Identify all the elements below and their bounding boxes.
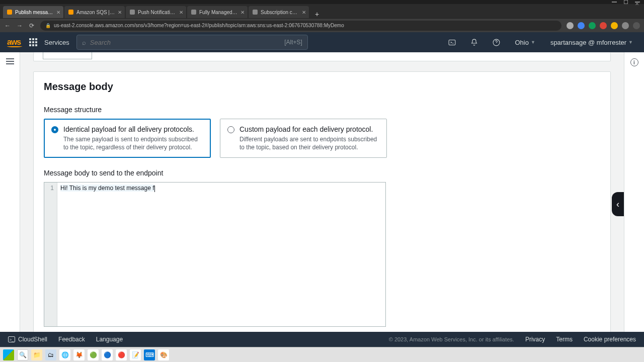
region-selector[interactable]: Ohio▼ <box>511 39 539 46</box>
taskbar-app[interactable]: 🔴 <box>116 349 127 360</box>
favicon-icon <box>253 10 258 15</box>
extension-icon[interactable] <box>589 22 596 29</box>
text-cursor <box>154 186 155 192</box>
tab-title: Subscription confirm <box>261 10 299 15</box>
tab-close-icon[interactable]: ✕ <box>56 10 60 15</box>
aws-logo[interactable]: aws <box>7 38 22 47</box>
address-bar[interactable]: 🔒 us-east-2.console.aws.amazon.com/sns/v… <box>40 21 561 31</box>
tab-title: Push Notification Service - Ama <box>138 10 176 15</box>
extension-icon[interactable] <box>622 22 629 29</box>
message-body-panel: Message body Message structure Identical… <box>33 71 611 332</box>
favicon-icon <box>191 10 196 15</box>
radio-description: Different payloads are sent to endpoints… <box>239 135 379 151</box>
minimize-icon[interactable] <box>612 2 617 3</box>
message-body-label: Message body to send to the endpoint <box>44 169 600 177</box>
input-remnant[interactable] <box>43 52 92 59</box>
message-body-editor[interactable]: 1 Hi! This is my demo test message f <box>44 182 386 327</box>
radio-icon <box>51 126 58 133</box>
taskbar-app[interactable]: 📁 <box>31 349 42 360</box>
message-structure-options: Identical payload for all delivery proto… <box>44 119 600 158</box>
back-button[interactable]: ← <box>4 22 11 29</box>
services-grid-icon[interactable] <box>29 38 37 46</box>
left-nav-toggle[interactable] <box>0 52 20 332</box>
search-icon: ⌕ <box>82 39 86 46</box>
browser-tab[interactable]: Publish message | Amazon SNS✕ <box>3 6 63 18</box>
user-label: spartansage @ mforrester <box>550 39 626 46</box>
tab-close-icon[interactable]: ✕ <box>179 10 183 15</box>
browser-tab[interactable]: Subscription confirm✕ <box>249 6 309 18</box>
browser-toolbar: ← → ⟳ 🔒 us-east-2.console.aws.amazon.com… <box>0 18 644 32</box>
language-selector[interactable]: Language <box>96 336 123 343</box>
caret-down-icon: ▼ <box>531 40 535 45</box>
code-area[interactable]: Hi! This is my demo test message f <box>57 183 385 326</box>
line-number: 1 <box>44 185 54 192</box>
cloudshell-button[interactable]: >_ CloudShell <box>8 336 47 343</box>
cloudshell-label: CloudShell <box>18 336 47 343</box>
services-link[interactable]: Services <box>44 39 69 46</box>
radio-icon <box>227 126 234 133</box>
right-help-toggle[interactable]: i <box>624 52 644 332</box>
tab-close-icon[interactable]: ✕ <box>118 10 122 15</box>
favicon-icon <box>7 10 12 15</box>
taskbar-app[interactable]: 🗂 <box>45 349 56 360</box>
browser-chrome: ✕ Publish message | Amazon SNS✕ Amazon S… <box>0 0 644 18</box>
tab-title: Amazon SQS | Send and receive <box>76 10 115 15</box>
cloudshell-icon[interactable] <box>444 35 459 50</box>
url-text: us-east-2.console.aws.amazon.com/sns/v3/… <box>54 23 344 28</box>
tab-title: Publish message | Amazon SNS <box>15 10 53 15</box>
taskbar-app[interactable]: 🎨 <box>158 349 169 360</box>
close-window-icon[interactable]: ✕ <box>635 2 640 3</box>
window-controls: ✕ <box>0 0 644 4</box>
notifications-icon[interactable] <box>466 35 481 50</box>
taskbar-app[interactable]: 🟢 <box>88 349 99 360</box>
global-search[interactable]: ⌕ [Alt+S] <box>76 35 308 50</box>
extension-icon[interactable] <box>578 22 585 29</box>
menu-icon[interactable] <box>633 22 640 29</box>
privacy-link[interactable]: Privacy <box>525 336 545 343</box>
caret-down-icon: ▼ <box>628 40 633 45</box>
browser-tab[interactable]: Push Notification Service - Ama✕ <box>126 6 186 18</box>
new-tab-button[interactable]: + <box>310 10 324 18</box>
radio-description: The same payload is sent to endpoints su… <box>63 135 203 151</box>
search-input[interactable] <box>90 39 280 46</box>
previous-panel-remnant <box>33 52 611 61</box>
terminal-icon: >_ <box>8 336 15 342</box>
maximize-icon[interactable] <box>624 0 628 4</box>
start-button[interactable] <box>3 349 14 360</box>
taskbar-app[interactable]: ⌨ <box>144 349 155 360</box>
forward-button[interactable]: → <box>16 22 23 29</box>
info-icon: i <box>630 58 638 66</box>
message-structure-label: Message structure <box>44 106 600 114</box>
radio-title: Custom payload for each delivery protoco… <box>239 125 379 133</box>
scroll-indicator[interactable]: ‹ <box>612 192 624 216</box>
hamburger-icon <box>6 58 14 64</box>
radio-identical-payload[interactable]: Identical payload for all delivery proto… <box>44 119 211 158</box>
taskbar-app[interactable]: 🌐 <box>59 349 70 360</box>
browser-tab[interactable]: Fully Managed Message Queue✕ <box>187 6 248 18</box>
taskbar-app[interactable]: 📝 <box>130 349 141 360</box>
taskbar-app[interactable]: 🔍 <box>17 349 28 360</box>
extension-icon[interactable] <box>600 22 607 29</box>
region-label: Ohio <box>515 39 528 46</box>
tab-close-icon[interactable]: ✕ <box>240 10 245 15</box>
taskbar-app[interactable]: 🦊 <box>73 349 85 360</box>
radio-custom-payload[interactable]: Custom payload for each delivery protoco… <box>220 119 387 158</box>
favicon-icon <box>68 10 73 15</box>
taskbar-app[interactable]: 🔵 <box>102 349 113 360</box>
extension-icon[interactable] <box>611 22 618 29</box>
radio-title: Identical payload for all delivery proto… <box>63 125 203 133</box>
line-gutter: 1 <box>44 183 57 326</box>
extension-icon[interactable] <box>567 22 574 29</box>
tab-title: Fully Managed Message Queue <box>199 10 237 15</box>
terms-link[interactable]: Terms <box>556 336 573 343</box>
aws-footer: >_ CloudShell Feedback Language © 2023, … <box>0 332 644 347</box>
tab-close-icon[interactable]: ✕ <box>302 10 306 15</box>
cookie-preferences-link[interactable]: Cookie preferences <box>584 336 636 343</box>
feedback-link[interactable]: Feedback <box>58 336 85 343</box>
account-menu[interactable]: spartansage @ mforrester▼ <box>546 39 637 46</box>
section-heading: Message body <box>44 81 600 93</box>
reload-button[interactable]: ⟳ <box>28 22 35 29</box>
help-icon[interactable] <box>489 35 504 50</box>
browser-tab[interactable]: Amazon SQS | Send and receive✕ <box>64 6 125 18</box>
lock-icon: 🔒 <box>45 23 51 28</box>
